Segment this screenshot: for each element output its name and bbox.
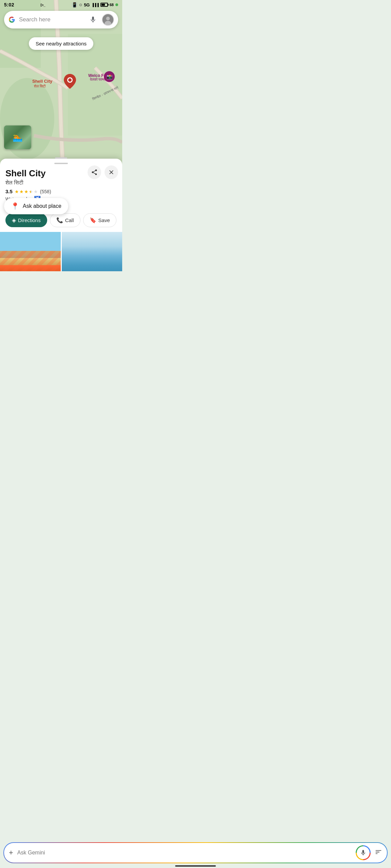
- svg-point-6: [68, 78, 72, 82]
- map-label-shell-city: Shell City: [32, 79, 52, 84]
- star-2: ★: [19, 189, 24, 194]
- share-icon-button[interactable]: [88, 165, 101, 179]
- nearby-chip[interactable]: See nearby attractions: [29, 37, 93, 50]
- place-name-hindi: शेल सिटी: [5, 180, 117, 186]
- rating-number: 3.5: [5, 189, 13, 194]
- signal-bars: ▐▐▐: [91, 3, 98, 7]
- search-bar[interactable]: Search here: [4, 11, 118, 28]
- battery-indicator: [100, 3, 108, 7]
- svg-point-9: [105, 21, 111, 26]
- google-logo: [8, 16, 16, 23]
- call-label: Call: [65, 217, 74, 223]
- search-input[interactable]: Search here: [19, 16, 84, 23]
- call-button[interactable]: 📞 Call: [50, 213, 80, 227]
- directions-label: Directions: [18, 217, 41, 223]
- user-avatar[interactable]: [102, 14, 114, 26]
- welco-icon[interactable]: 📸: [104, 71, 115, 82]
- sheet-handle-preview: [55, 157, 67, 159]
- directions-button[interactable]: ◈ Directions: [5, 213, 47, 227]
- save-button[interactable]: 🔖 Save: [83, 213, 116, 227]
- bottom-sheet: Shell City शेल सिटी 3.5 ★ ★ ★ ★ ★ ★ (558…: [0, 159, 122, 271]
- map-label-welco-hindi: वेलको फार्म्स: [90, 77, 105, 82]
- mic-button[interactable]: [88, 14, 98, 25]
- wifi-icon: ⊙: [79, 3, 82, 7]
- star-4-half: ★ ★: [29, 189, 33, 194]
- svg-point-8: [106, 17, 110, 20]
- save-label: Save: [98, 217, 110, 223]
- svg-rect-1: [0, 0, 41, 68]
- rating-row: 3.5 ★ ★ ★ ★ ★ ★ (558): [5, 189, 117, 194]
- save-icon: 🔖: [90, 217, 96, 223]
- status-icons: 📳 ⊙ 5G ▐▐▐ 68: [72, 2, 118, 7]
- vibrate-icon: 📳: [72, 2, 77, 7]
- ask-about-place[interactable]: 📍 Ask about place: [4, 198, 68, 214]
- photo-grid: [0, 232, 122, 271]
- photo-1[interactable]: [0, 232, 61, 271]
- drag-handle[interactable]: [54, 163, 68, 164]
- action-buttons: ◈ Directions 📞 Call 🔖 Save ↗ Share +: [5, 213, 117, 227]
- review-count: (558): [40, 189, 51, 194]
- star-3: ★: [24, 189, 29, 194]
- map-thumbnail[interactable]: [4, 125, 31, 149]
- cursor-icon: ▷_: [41, 3, 45, 7]
- map-label-shell-city-hindi: शेल सिटी: [34, 84, 45, 88]
- directions-icon: ◈: [12, 217, 16, 223]
- photo-2[interactable]: [62, 232, 123, 271]
- location-ask-icon: 📍: [11, 202, 19, 210]
- status-time: 5:02: [4, 2, 14, 7]
- network-label: 5G: [84, 2, 90, 7]
- top-actions: [88, 165, 118, 179]
- green-dot: [115, 3, 118, 6]
- battery-text: 68: [110, 3, 114, 7]
- ask-about-place-label: Ask about place: [23, 203, 61, 209]
- star-1: ★: [15, 189, 19, 194]
- stars: ★ ★ ★ ★ ★ ★: [15, 189, 38, 194]
- star-5: ★: [34, 189, 38, 194]
- close-button[interactable]: [105, 165, 118, 179]
- map-pin[interactable]: [64, 74, 76, 90]
- call-icon: 📞: [56, 217, 63, 223]
- status-bar: 5:02 ▷_ 📳 ⊙ 5G ▐▐▐ 68: [0, 0, 122, 9]
